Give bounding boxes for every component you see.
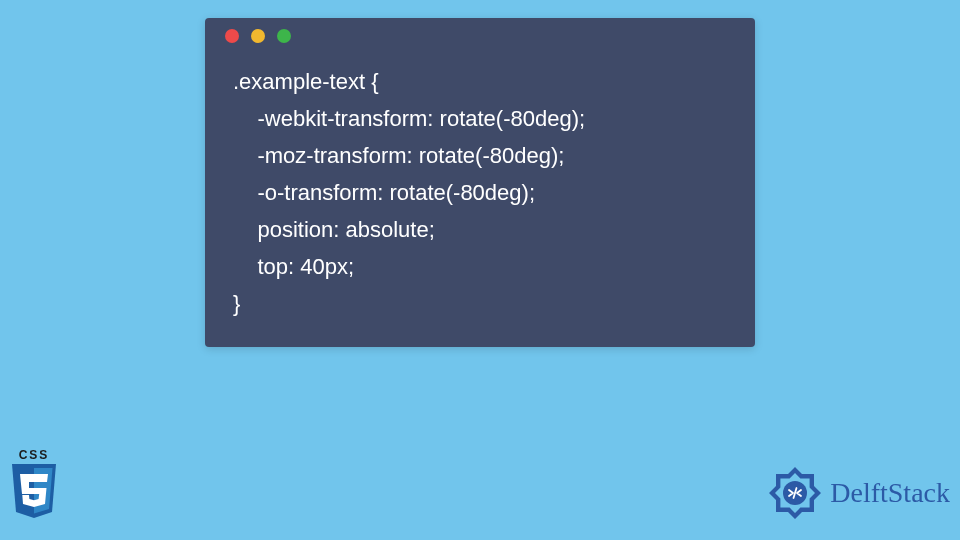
code-line: .example-text { <box>233 69 379 94</box>
code-line: top: 40px; <box>233 254 354 279</box>
minimize-icon <box>251 29 265 43</box>
code-line: position: absolute; <box>233 217 435 242</box>
code-block: .example-text { -webkit-transform: rotat… <box>205 54 755 347</box>
brand-name: DelftStack <box>830 477 950 509</box>
css3-label: CSS <box>8 448 60 462</box>
brand: DelftStack <box>766 464 950 522</box>
code-line: -webkit-transform: rotate(-80deg); <box>233 106 585 131</box>
css3-shield-icon <box>8 464 60 522</box>
brand-logo-icon <box>766 464 824 522</box>
css3-logo: CSS <box>8 464 60 526</box>
code-line: } <box>233 291 240 316</box>
code-line: -moz-transform: rotate(-80deg); <box>233 143 564 168</box>
close-icon <box>225 29 239 43</box>
code-line: -o-transform: rotate(-80deg); <box>233 180 535 205</box>
code-window: .example-text { -webkit-transform: rotat… <box>205 18 755 347</box>
maximize-icon <box>277 29 291 43</box>
window-titlebar <box>205 18 755 54</box>
